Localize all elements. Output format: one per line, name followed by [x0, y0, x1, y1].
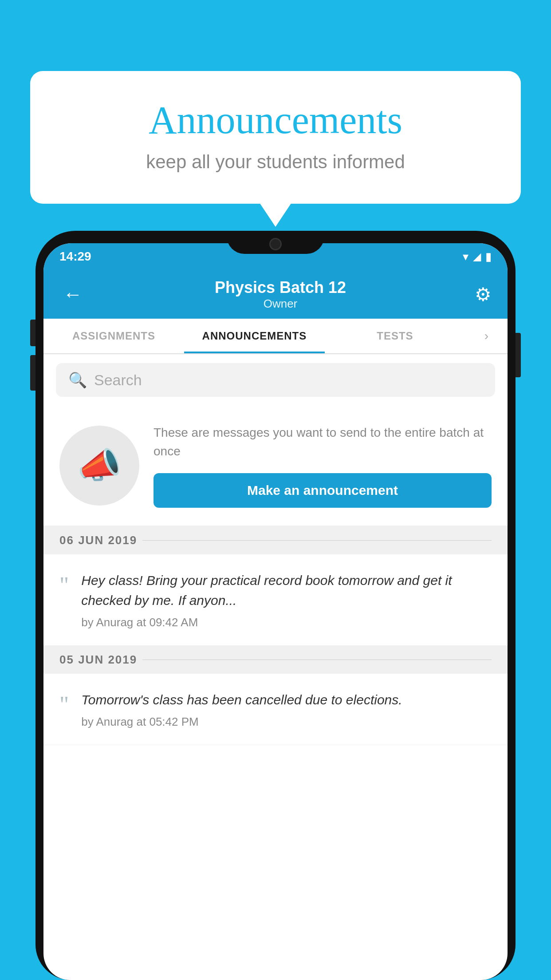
date-label-1: 06 JUN 2019 — [59, 533, 137, 547]
announcement-content-1: Hey class! Bring your practical record b… — [81, 570, 492, 629]
announcement-item-2[interactable]: " Tomorrow's class has been cancelled du… — [43, 674, 508, 745]
phone-screen: 14:29 ▾ ◢ ▮ ← Physics Batch 12 Owner ⚙ — [43, 243, 508, 980]
make-announcement-button[interactable]: Make an announcement — [153, 473, 492, 508]
volume-up-button[interactable] — [30, 320, 35, 346]
volume-down-button[interactable] — [30, 355, 35, 391]
announcement-content-2: Tomorrow's class has been cancelled due … — [81, 690, 492, 729]
quote-icon-1: " — [59, 574, 69, 597]
wifi-icon: ▾ — [463, 250, 468, 264]
tab-announcements[interactable]: ANNOUNCEMENTS — [184, 319, 325, 353]
search-container: 🔍 Search — [43, 354, 508, 406]
speech-bubble-section: Announcements keep all your students inf… — [30, 71, 521, 204]
phone-wrapper: 14:29 ▾ ◢ ▮ ← Physics Batch 12 Owner ⚙ — [35, 231, 516, 980]
tabs-bar: ASSIGNMENTS ANNOUNCEMENTS TESTS › — [43, 319, 508, 354]
back-button[interactable]: ← — [59, 280, 86, 309]
search-icon: 🔍 — [68, 371, 87, 389]
battery-icon: ▮ — [485, 250, 492, 264]
phone-notch — [227, 231, 324, 254]
search-bar[interactable]: 🔍 Search — [56, 363, 495, 397]
signal-icon: ◢ — [473, 250, 481, 263]
quote-icon-2: " — [59, 693, 69, 716]
announcement-text-1: Hey class! Bring your practical record b… — [81, 570, 492, 610]
date-label-2: 05 JUN 2019 — [59, 653, 137, 667]
user-role: Owner — [86, 297, 475, 311]
announcement-author-1: by Anurag at 09:42 AM — [81, 616, 492, 629]
header-title-block: Physics Batch 12 Owner — [86, 278, 475, 311]
tab-assignments[interactable]: ASSIGNMENTS — [43, 319, 184, 353]
bubble-title: Announcements — [66, 98, 485, 142]
tab-tests[interactable]: TESTS — [325, 319, 465, 353]
announcement-text-2: Tomorrow's class has been cancelled due … — [81, 690, 492, 710]
promo-description: These are messages you want to send to t… — [153, 423, 492, 461]
date-separator-2: 05 JUN 2019 — [43, 646, 508, 674]
promo-content: These are messages you want to send to t… — [153, 423, 492, 508]
announcement-item-1[interactable]: " Hey class! Bring your practical record… — [43, 554, 508, 646]
announcement-author-2: by Anurag at 05:42 PM — [81, 715, 492, 729]
bubble-subtitle: keep all your students informed — [66, 151, 485, 173]
status-time: 14:29 — [59, 249, 91, 264]
search-placeholder: Search — [94, 371, 142, 389]
tab-more[interactable]: › — [465, 319, 508, 353]
phone-outer: 14:29 ▾ ◢ ▮ ← Physics Batch 12 Owner ⚙ — [35, 231, 516, 980]
settings-button[interactable]: ⚙ — [475, 284, 492, 305]
date-line-1 — [142, 540, 492, 541]
phone-camera — [269, 238, 282, 250]
date-line-2 — [142, 660, 492, 660]
app-header: ← Physics Batch 12 Owner ⚙ — [43, 270, 508, 319]
promo-section: 📣 These are messages you want to send to… — [43, 406, 508, 526]
power-button[interactable] — [516, 333, 521, 377]
speech-bubble: Announcements keep all your students inf… — [30, 71, 521, 204]
status-icons: ▾ ◢ ▮ — [463, 250, 492, 264]
date-separator-1: 06 JUN 2019 — [43, 526, 508, 554]
promo-icon-circle: 📣 — [59, 426, 139, 506]
batch-name: Physics Batch 12 — [86, 278, 475, 297]
megaphone-icon: 📣 — [77, 445, 122, 486]
